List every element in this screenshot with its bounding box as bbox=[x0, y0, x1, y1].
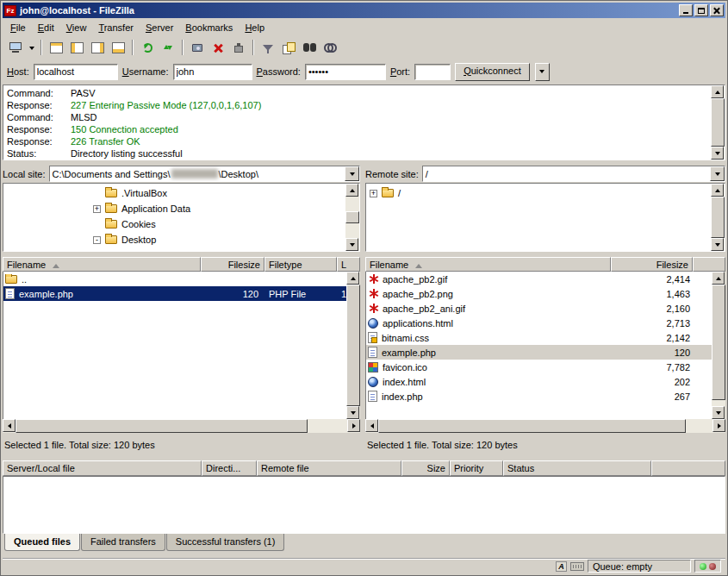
menu-transfer[interactable]: Transfer bbox=[92, 20, 140, 35]
menu-view[interactable]: View bbox=[60, 20, 93, 35]
list-item[interactable]: bitnami.css2,142 bbox=[366, 330, 712, 345]
scroll-thumb[interactable] bbox=[346, 285, 360, 406]
toggle-remote-tree-button[interactable] bbox=[87, 38, 108, 57]
toggle-log-button[interactable] bbox=[46, 38, 66, 57]
minimize-button[interactable] bbox=[679, 4, 693, 16]
scroll-thumb[interactable] bbox=[711, 98, 725, 147]
username-input[interactable] bbox=[173, 64, 252, 80]
list-item[interactable]: apache_pb2.gif2,414 bbox=[366, 272, 712, 286]
sync-browsing-button[interactable] bbox=[320, 38, 340, 57]
tree-item[interactable]: +Application Data bbox=[3, 201, 345, 216]
datatype-indicator-icon[interactable] bbox=[556, 561, 567, 572]
scroll-right-button[interactable] bbox=[712, 419, 725, 432]
scroll-track[interactable] bbox=[712, 285, 725, 406]
password-input[interactable] bbox=[305, 64, 386, 80]
menu-help[interactable]: Help bbox=[239, 20, 271, 35]
scroll-up-button[interactable] bbox=[345, 184, 358, 197]
tree-item[interactable]: +/ bbox=[366, 185, 711, 201]
column-server-local-file[interactable]: Server/Local file bbox=[3, 460, 202, 476]
remote-site-combo[interactable]: / bbox=[422, 166, 725, 182]
scroll-thumb[interactable] bbox=[711, 197, 725, 238]
local-list-scrollbar[interactable] bbox=[346, 272, 360, 419]
list-item[interactable]: favicon.ico7,782 bbox=[366, 360, 712, 374]
quickconnect-button[interactable]: Quickconnect bbox=[455, 63, 530, 81]
keyboard-icon[interactable] bbox=[570, 562, 584, 571]
column-filesize[interactable]: Filesize bbox=[201, 257, 264, 272]
scroll-thumb[interactable] bbox=[16, 419, 308, 433]
remote-site-dropdown[interactable] bbox=[710, 166, 725, 181]
scroll-up-button[interactable] bbox=[711, 184, 724, 197]
column-filename[interactable]: Filename bbox=[3, 257, 201, 272]
remote-list-scrollbar[interactable] bbox=[712, 272, 725, 419]
remote-tree-scrollbar[interactable] bbox=[711, 184, 725, 251]
scroll-down-button[interactable] bbox=[345, 238, 358, 251]
tab-failed-transfers[interactable]: Failed transfers bbox=[81, 534, 165, 551]
scroll-thumb[interactable] bbox=[712, 285, 725, 400]
quickconnect-dropdown[interactable] bbox=[535, 63, 550, 81]
disconnect-button[interactable] bbox=[228, 38, 249, 57]
port-input[interactable] bbox=[414, 64, 451, 80]
scroll-down-button[interactable] bbox=[711, 147, 724, 160]
log-vertical-scrollbar[interactable] bbox=[711, 85, 725, 160]
collapse-icon[interactable]: - bbox=[93, 236, 101, 244]
maximize-button[interactable] bbox=[694, 4, 708, 16]
column-filetype[interactable]: Filetype bbox=[264, 257, 337, 272]
scroll-left-button[interactable] bbox=[3, 419, 16, 432]
scroll-track[interactable] bbox=[16, 419, 347, 433]
cancel-button[interactable] bbox=[208, 38, 228, 57]
menu-file[interactable]: File bbox=[4, 20, 32, 35]
menu-server[interactable]: Server bbox=[140, 20, 179, 35]
scroll-up-button[interactable] bbox=[712, 272, 725, 285]
scroll-down-button[interactable] bbox=[346, 406, 359, 419]
expand-icon[interactable]: + bbox=[370, 190, 377, 197]
expand-icon[interactable]: + bbox=[93, 205, 101, 213]
menu-edit[interactable]: Edit bbox=[32, 20, 60, 35]
find-files-button[interactable] bbox=[299, 38, 320, 57]
menu-bookmarks[interactable]: Bookmarks bbox=[179, 20, 239, 35]
list-item[interactable]: .. bbox=[3, 272, 346, 286]
column-remote-file[interactable]: Remote file bbox=[257, 460, 401, 476]
toggle-local-tree-button[interactable] bbox=[66, 38, 87, 57]
list-item[interactable]: index.html202 bbox=[366, 374, 712, 389]
scroll-track[interactable] bbox=[711, 98, 725, 147]
titlebar[interactable]: Fz john@localhost - FileZilla bbox=[3, 3, 725, 18]
list-item[interactable]: applications.html2,713 bbox=[366, 316, 712, 330]
column-size[interactable]: Size bbox=[401, 460, 450, 476]
column-last-modified[interactable]: L bbox=[337, 257, 360, 272]
queue-list[interactable] bbox=[3, 476, 725, 534]
filter-button[interactable] bbox=[258, 38, 278, 57]
tree-item[interactable]: .VirtualBox bbox=[3, 185, 345, 201]
reconnect-button[interactable] bbox=[158, 38, 178, 57]
remote-horizontal-scrollbar[interactable] bbox=[365, 419, 725, 433]
refresh-button[interactable] bbox=[137, 38, 158, 57]
tab-queued-files[interactable]: Queued files bbox=[4, 534, 80, 551]
tab-successful-transfers[interactable]: Successful transfers (1) bbox=[166, 534, 285, 551]
scroll-track[interactable] bbox=[711, 197, 725, 238]
site-manager-dropdown[interactable] bbox=[26, 38, 37, 57]
scroll-track[interactable] bbox=[346, 285, 360, 406]
process-queue-button[interactable] bbox=[187, 38, 208, 57]
column-status[interactable]: Status bbox=[503, 460, 651, 476]
tree-item[interactable]: -Desktop bbox=[3, 232, 345, 247]
local-horizontal-scrollbar[interactable] bbox=[3, 419, 360, 433]
scroll-down-button[interactable] bbox=[712, 406, 725, 419]
list-item[interactable]: index.php267 bbox=[366, 389, 712, 404]
tree-item[interactable]: Cookies bbox=[3, 216, 345, 232]
column-priority[interactable]: Priority bbox=[450, 460, 503, 476]
scroll-track[interactable] bbox=[378, 419, 712, 433]
column-direction[interactable]: Directi... bbox=[202, 460, 257, 476]
list-item[interactable]: apache_pb2.png1,463 bbox=[366, 286, 712, 301]
scroll-thumb[interactable] bbox=[378, 419, 686, 433]
column-filename[interactable]: Filename bbox=[365, 257, 611, 272]
list-item-selected[interactable]: example.php 120 PHP File 1 bbox=[3, 286, 346, 301]
close-button[interactable] bbox=[710, 4, 724, 16]
toggle-queue-button[interactable] bbox=[108, 38, 128, 57]
site-manager-button[interactable] bbox=[5, 38, 26, 57]
host-input[interactable] bbox=[34, 64, 118, 80]
list-item-selected[interactable]: example.php120 bbox=[366, 345, 712, 360]
scroll-up-button[interactable] bbox=[711, 85, 724, 98]
scroll-up-button[interactable] bbox=[346, 272, 359, 285]
column-filesize[interactable]: Filesize bbox=[611, 257, 693, 272]
local-site-combo[interactable]: C:\Documents and Settings\\Desktop\ bbox=[49, 166, 360, 182]
scroll-track[interactable] bbox=[345, 197, 359, 238]
